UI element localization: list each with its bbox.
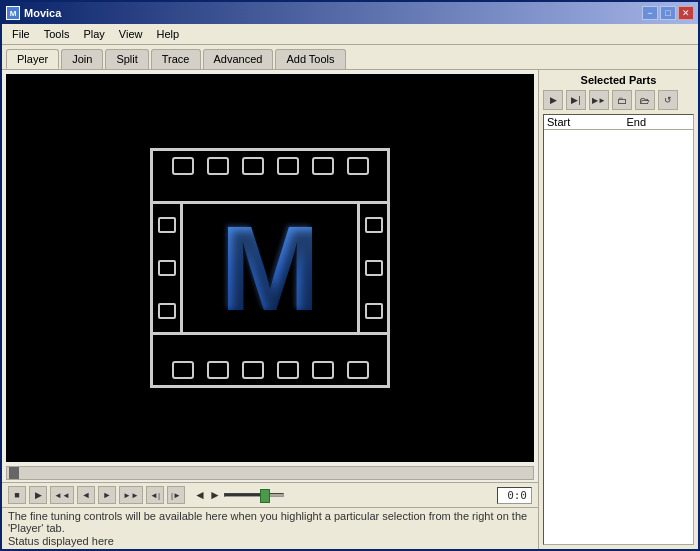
title-bar: M Movica − □ ✕ <box>2 2 698 24</box>
parts-play-btn[interactable]: ▶ <box>543 90 563 110</box>
menu-view[interactable]: View <box>113 26 149 42</box>
time-display: 0:0 <box>497 487 532 504</box>
rewind-button[interactable]: ◄◄ <box>50 486 74 504</box>
col-start: Start <box>544 115 623 130</box>
col-end: End <box>623 115 693 130</box>
app-icon: M <box>6 6 20 20</box>
film-strip: M <box>150 148 390 388</box>
menu-play[interactable]: Play <box>77 26 110 42</box>
status-line2: Status displayed here <box>8 535 532 547</box>
window-title: Movica <box>24 7 61 19</box>
volume-thumb[interactable] <box>260 489 270 503</box>
film-hole <box>207 157 229 175</box>
bottom-holes <box>153 355 387 385</box>
volume-track[interactable] <box>224 493 284 497</box>
play-button[interactable]: ▶ <box>29 486 47 504</box>
minimize-button[interactable]: − <box>642 6 658 20</box>
tab-trace[interactable]: Trace <box>151 49 201 69</box>
stop-button[interactable]: ■ <box>8 486 26 504</box>
tab-advanced[interactable]: Advanced <box>203 49 274 69</box>
parts-export-btn[interactable]: ▶► <box>589 90 609 110</box>
film-hole <box>347 361 369 379</box>
menu-bar: File Tools Play View Help <box>2 24 698 45</box>
status-bar: The fine tuning controls will be availab… <box>2 507 538 549</box>
film-logo: M <box>140 138 400 398</box>
side-hole <box>158 303 176 319</box>
film-hole <box>172 361 194 379</box>
tab-add-tools[interactable]: Add Tools <box>275 49 345 69</box>
title-bar-left: M Movica <box>6 6 61 20</box>
app-window: M Movica − □ ✕ File Tools Play View Help… <box>0 0 700 551</box>
tab-join[interactable]: Join <box>61 49 103 69</box>
top-holes <box>153 151 387 181</box>
tab-player[interactable]: Player <box>6 49 59 69</box>
prev-mark-button[interactable]: ◄| <box>146 486 164 504</box>
next-mark-button[interactable]: |► <box>167 486 185 504</box>
volume-icon2: ► <box>209 488 221 502</box>
side-hole <box>158 217 176 233</box>
volume-icon: ◄ <box>194 488 206 502</box>
window-controls: − □ ✕ <box>642 6 694 20</box>
side-hole <box>365 217 383 233</box>
logo-letter: M <box>220 208 320 328</box>
volume-area: ◄ ► <box>194 488 284 502</box>
side-hole <box>365 260 383 276</box>
film-hole <box>277 361 299 379</box>
film-hole <box>207 361 229 379</box>
parts-save-btn[interactable]: 🗀 <box>612 90 632 110</box>
video-screen[interactable]: M <box>6 74 534 462</box>
side-hole <box>365 303 383 319</box>
app-icon-letter: M <box>10 9 17 18</box>
selected-parts-label: Selected Parts <box>543 74 694 86</box>
film-hole <box>312 157 334 175</box>
close-button[interactable]: ✕ <box>678 6 694 20</box>
film-hole <box>242 157 264 175</box>
scrubber-thumb[interactable] <box>9 467 19 479</box>
step-fwd-button[interactable]: ► <box>98 486 116 504</box>
transport-bar: ■ ▶ ◄◄ ◄ ► ►► ◄| |► ◄ ► 0:0 <box>2 482 538 507</box>
scrubber-bar[interactable] <box>6 466 534 480</box>
side-hole <box>158 260 176 276</box>
film-hole <box>347 157 369 175</box>
menu-help[interactable]: Help <box>150 26 185 42</box>
video-panel: M <box>2 70 538 549</box>
film-hole <box>312 361 334 379</box>
content-area: M <box>2 69 698 549</box>
left-side-holes <box>153 204 183 332</box>
fast-fwd-button[interactable]: ►► <box>119 486 143 504</box>
step-back-button[interactable]: ◄ <box>77 486 95 504</box>
menu-file[interactable]: File <box>6 26 36 42</box>
right-panel: Selected Parts ▶ ▶| ▶► 🗀 🗁 ↺ Start End <box>538 70 698 549</box>
film-center: M <box>153 201 387 335</box>
parts-table: Start End <box>544 115 693 130</box>
parts-play-to-btn[interactable]: ▶| <box>566 90 586 110</box>
right-side-holes <box>357 204 387 332</box>
tab-split[interactable]: Split <box>105 49 148 69</box>
film-hole <box>172 157 194 175</box>
film-hole <box>277 157 299 175</box>
selected-parts-area: Start End <box>543 114 694 545</box>
volume-fill <box>225 494 263 496</box>
tabs-container: Player Join Split Trace Advanced Add Too… <box>2 45 698 69</box>
status-line1: The fine tuning controls will be availab… <box>8 510 532 534</box>
parts-open-btn[interactable]: 🗁 <box>635 90 655 110</box>
maximize-button[interactable]: □ <box>660 6 676 20</box>
menu-tools[interactable]: Tools <box>38 26 76 42</box>
selected-parts-toolbar: ▶ ▶| ▶► 🗀 🗁 ↺ <box>543 90 694 110</box>
parts-refresh-btn[interactable]: ↺ <box>658 90 678 110</box>
film-hole <box>242 361 264 379</box>
